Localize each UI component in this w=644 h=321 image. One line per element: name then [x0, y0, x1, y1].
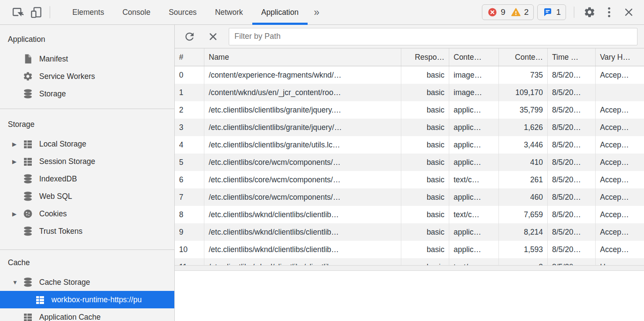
table-row-8[interactable]: 8/etc.clientlibs/wknd/clientlibs/clientl… — [175, 206, 644, 223]
cell-vary-header — [596, 84, 644, 101]
console-errors-warnings-badge[interactable]: 9 2 — [482, 4, 534, 20]
sidebar-item-cache-storage[interactable]: ▼Cache Storage — [0, 273, 174, 291]
settings-gear-icon[interactable] — [582, 5, 597, 20]
col-header-content-length[interactable]: Conte… — [499, 48, 548, 66]
inspect-element-icon[interactable] — [10, 5, 24, 20]
chevron-collapsed-icon[interactable]: ▶ — [12, 158, 23, 165]
cell-content-type: applic… — [449, 188, 499, 206]
section-title-application: Application — [0, 34, 174, 50]
cell-content-type: text/… — [449, 258, 499, 265]
tab-elements[interactable]: Elements — [63, 0, 113, 24]
sidebar-item-workbox-runtime-https-pu[interactable]: workbox-runtime-https://pu — [0, 291, 174, 308]
cell-content-type: image… — [449, 66, 499, 84]
database-icon — [23, 226, 33, 236]
table-row-0[interactable]: 0/content/experience-fragments/wknd/…bas… — [175, 66, 644, 84]
cell-num: 1 — [175, 84, 204, 101]
toolbar-left — [0, 0, 57, 24]
sidebar-item-label: Session Storage — [39, 157, 95, 166]
sidebar-item-label: workbox-runtime-https://pu — [51, 295, 142, 304]
database-icon — [23, 89, 33, 99]
table-row-4[interactable]: 4/etc.clientlibs/clientlibs/granite/util… — [175, 136, 644, 154]
refresh-icon[interactable] — [183, 31, 196, 43]
sidebar-item-label: Service Workers — [39, 72, 95, 81]
cell-num: 6 — [175, 171, 204, 188]
table-row-11[interactable]: 11/etc.clientlibs/wknd/clientlibs/client… — [175, 258, 644, 265]
cell-num: 11 — [175, 258, 204, 265]
issues-count: 1 — [556, 7, 561, 17]
device-toolbar-icon[interactable] — [29, 5, 44, 20]
cell-vary-header: Accep… — [596, 188, 644, 206]
col-header-vary-header[interactable]: Vary H… — [596, 48, 644, 66]
table-row-9[interactable]: 9/etc.clientlibs/wknd/clientlibs/clientl… — [175, 223, 644, 241]
sidebar-item-indexeddb[interactable]: IndexedDB — [0, 170, 174, 188]
more-options-kebab-icon[interactable] — [606, 6, 613, 18]
table-row-2[interactable]: 2/etc.clientlibs/clientlibs/granite/jque… — [175, 101, 644, 119]
sidebar-item-trust-tokens[interactable]: Trust Tokens — [0, 222, 174, 240]
cell-response-type: basic — [401, 206, 449, 223]
cell-vary-header: Accep… — [596, 241, 644, 258]
sidebar-item-local-storage[interactable]: ▶Local Storage — [0, 135, 174, 153]
cell-response-type: basic — [401, 119, 449, 136]
col-header-num[interactable]: # — [175, 48, 204, 66]
table-row-5[interactable]: 5/etc.clientlibs/core/wcm/components/…ba… — [175, 154, 644, 171]
more-tabs-chevron-icon[interactable]: » — [308, 0, 325, 24]
cell-num: 9 — [175, 223, 204, 241]
tab-sources[interactable]: Sources — [159, 0, 206, 24]
col-header-response-type[interactable]: Respo… — [401, 48, 449, 66]
table-icon — [23, 139, 33, 149]
clear-icon[interactable] — [207, 31, 219, 43]
cell-content-length: 410 — [499, 154, 548, 171]
toolbar-right-divider — [574, 7, 574, 18]
chevron-collapsed-icon[interactable]: ▶ — [12, 141, 23, 147]
table-row-3[interactable]: 3/etc.clientlibs/clientlibs/granite/jque… — [175, 119, 644, 136]
sidebar-item-manifest[interactable]: Manifest — [0, 50, 174, 68]
tab-console[interactable]: Console — [113, 0, 159, 24]
sidebar-section-application: ApplicationManifestService WorkersStorag… — [0, 25, 174, 109]
chevron-expanded-icon[interactable]: ▼ — [12, 279, 23, 286]
cell-content-length: 2 — [499, 258, 548, 265]
sidebar-item-storage[interactable]: Storage — [0, 85, 174, 102]
table-row-7[interactable]: 7/etc.clientlibs/core/wcm/components/…ba… — [175, 188, 644, 206]
cell-num: 0 — [175, 66, 204, 84]
section-title-cache: Cache — [0, 257, 174, 273]
tab-application[interactable]: Application — [252, 0, 308, 24]
cell-time-cached: 8/5/20… — [548, 66, 596, 84]
error-count: 9 — [501, 7, 505, 17]
error-icon — [487, 7, 498, 17]
cell-content-length: 35,799 — [499, 101, 548, 119]
cell-time-cached: 8/5/20… — [548, 101, 596, 119]
cell-time-cached: 8/5/20… — [548, 223, 596, 241]
cell-time-cached: 8/5/20… — [548, 84, 596, 101]
horizontal-scrollbar[interactable] — [175, 265, 644, 271]
cell-num: 3 — [175, 119, 204, 136]
sidebar-item-service-workers[interactable]: Service Workers — [0, 68, 174, 85]
col-header-name[interactable]: Name — [204, 48, 401, 66]
cell-response-type: basic — [401, 188, 449, 206]
close-devtools-icon[interactable] — [621, 5, 636, 20]
table-icon — [23, 312, 33, 321]
table-row-6[interactable]: 6/etc.clientlibs/core/wcm/components/…ba… — [175, 171, 644, 188]
col-header-content-type[interactable]: Conte… — [449, 48, 499, 66]
tab-network[interactable]: Network — [206, 0, 252, 24]
cell-content-type: applic… — [449, 154, 499, 171]
application-sidebar: ApplicationManifestService WorkersStorag… — [0, 25, 175, 321]
cell-content-type: applic… — [449, 223, 499, 241]
sidebar-item-cookies[interactable]: ▶Cookies — [0, 205, 174, 222]
cell-response-type: basic — [401, 223, 449, 241]
chevron-collapsed-icon[interactable]: ▶ — [12, 211, 23, 217]
cell-vary-header: Accep… — [596, 101, 644, 119]
sidebar-item-label: IndexedDB — [39, 174, 77, 184]
cell-time-cached: 8/5/20… — [548, 119, 596, 136]
col-header-time-cached[interactable]: Time … — [548, 48, 596, 66]
issues-badge[interactable]: 1 — [537, 4, 566, 20]
table-row-1[interactable]: 1/content/wknd/us/en/_jcr_content/roo…ba… — [175, 84, 644, 101]
table-row-10[interactable]: 10/etc.clientlibs/wknd/clientlibs/client… — [175, 241, 644, 258]
filter-by-path-input[interactable] — [229, 28, 637, 45]
cell-name: /etc.clientlibs/core/wcm/components/… — [204, 188, 401, 206]
cell-response-type: basic — [401, 241, 449, 258]
sidebar-item-application-cache[interactable]: Application Cache — [0, 308, 174, 321]
sidebar-item-web-sql[interactable]: Web SQL — [0, 188, 174, 205]
cell-name: /etc.clientlibs/clientlibs/granite/utils… — [204, 136, 401, 154]
sidebar-item-session-storage[interactable]: ▶Session Storage — [0, 153, 174, 170]
panel-tabs: ElementsConsoleSourcesNetworkApplication — [63, 0, 308, 24]
